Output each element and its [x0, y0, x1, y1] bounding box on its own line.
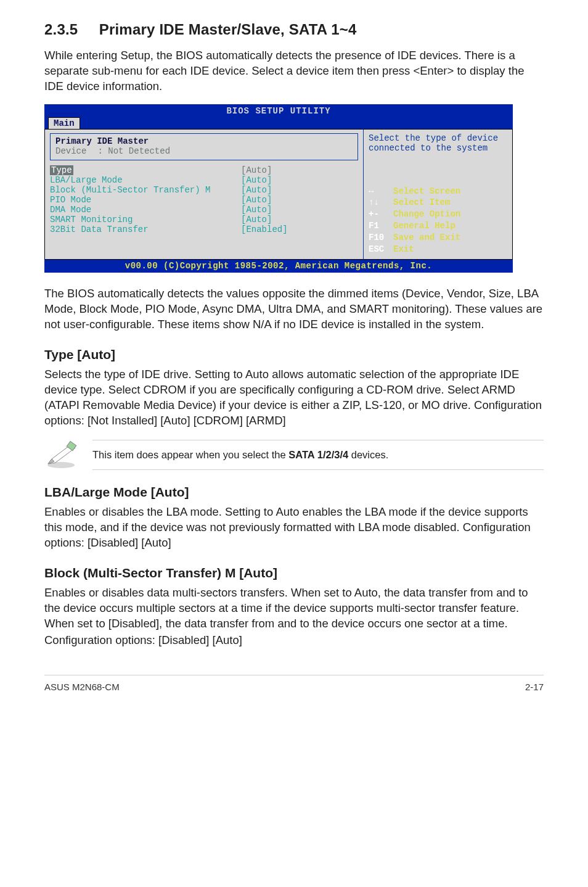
bios-key-row: +-Change Option [369, 208, 507, 220]
bios-setting-row[interactable]: SMART Monitoring[Auto] [50, 215, 358, 225]
bios-key-desc: Change Option [393, 209, 460, 219]
note-suffix: devices. [348, 449, 388, 460]
bios-key-desc: Select Item [393, 197, 450, 207]
paragraph-block-1: Enables or disables data multi-sectors t… [44, 585, 544, 632]
bios-setting-label: DMA Mode [50, 205, 235, 215]
bios-panel-header: Primary IDE Master [55, 136, 353, 146]
bios-setting-row[interactable]: LBA/Large Mode[Auto] [50, 175, 358, 185]
bios-key-symbol: ↑↓ [369, 197, 393, 208]
bios-key-symbol: F1 [369, 220, 393, 232]
bios-help-text: Select the type of device connected to t… [369, 133, 507, 153]
bios-device-value: : Not Detected [97, 146, 170, 156]
bios-setting-label: LBA/Large Mode [50, 175, 235, 185]
bios-key-row: ↔Select Screen [369, 186, 507, 197]
paragraph-lba: Enables or disables the LBA mode. Settin… [44, 505, 544, 551]
section-intro: While entering Setup, the BIOS automatic… [44, 48, 544, 94]
bios-tab-main[interactable]: Main [48, 117, 80, 129]
paragraph-after-bios: The BIOS automatically detects the value… [44, 286, 544, 332]
section-number: 2.3.5 [44, 21, 78, 38]
note-callout: This item does appear when you select th… [44, 440, 544, 470]
bios-key-desc: Exit [393, 244, 414, 254]
bios-setting-label: Type [50, 165, 73, 175]
note-bold: SATA 1/2/3/4 [288, 449, 348, 460]
bios-key-desc: Save and Exit [393, 233, 460, 242]
bios-setting-value: [Auto] [241, 215, 272, 225]
bios-key-symbol: ↔ [369, 186, 393, 197]
bios-screenshot: BIOS SETUP UTILITY Main Primary IDE Mast… [44, 104, 544, 273]
bios-setting-row[interactable]: 32Bit Data Transfer[Enabled] [50, 225, 358, 234]
bios-setting-label: PIO Mode [50, 195, 235, 205]
bios-setting-value: [Auto] [241, 195, 272, 205]
bios-key-desc: General Help [393, 221, 455, 231]
bios-setting-value: [Auto] [241, 205, 272, 215]
heading-type: Type [Auto] [44, 347, 544, 362]
bios-key-row: ↑↓Select Item [369, 197, 507, 208]
bios-setting-label: 32Bit Data Transfer [50, 225, 235, 234]
bios-setting-row[interactable]: DMA Mode[Auto] [50, 205, 358, 215]
bios-key-row: F10Save and Exit [369, 232, 507, 244]
bios-help-panel: Select the type of device connected to t… [363, 130, 512, 259]
bios-setting-label: Block (Multi-Sector Transfer) M [50, 185, 235, 195]
bios-footer-bar: v00.00 (C)Copyright 1985-2002, American … [44, 260, 513, 273]
bios-key-legend: ↔Select Screen↑↓Select Item+-Change Opti… [369, 186, 507, 255]
bios-tab-row: Main [44, 117, 513, 129]
bios-device-label: Device [55, 146, 86, 156]
page-footer: ASUS M2N68-CM 2-17 [44, 675, 544, 692]
bios-key-desc: Select Screen [393, 186, 460, 196]
section-title-text: Primary IDE Master/Slave, SATA 1~4 [99, 21, 357, 38]
bios-setting-value: [Auto] [241, 165, 272, 175]
section-heading: 2.3.5 Primary IDE Master/Slave, SATA 1~4 [44, 21, 544, 38]
paragraph-type: Selects the type of IDE drive. Setting t… [44, 367, 544, 429]
bios-setting-label: SMART Monitoring [50, 215, 235, 225]
bios-titlebar: BIOS SETUP UTILITY [44, 104, 513, 117]
footer-right: 2-17 [525, 682, 544, 692]
pencil-icon [44, 440, 78, 469]
bios-left-panel: Primary IDE Master Device : Not Detected… [45, 130, 363, 259]
bios-key-symbol: +- [369, 208, 393, 220]
bios-key-row: ESCExit [369, 244, 507, 255]
bios-key-symbol: ESC [369, 244, 393, 255]
bios-setting-row[interactable]: Type[Auto] [50, 165, 358, 175]
heading-block: Block (Multi-Sector Transfer) M [Auto] [44, 566, 544, 580]
bios-settings-list: Type[Auto]LBA/Large Mode[Auto]Block (Mul… [50, 165, 358, 234]
paragraph-block-2: Configuration options: [Disabled] [Auto] [44, 633, 544, 648]
footer-left: ASUS M2N68-CM [44, 682, 120, 692]
bios-setting-value: [Enabled] [241, 225, 288, 234]
note-prefix: This item does appear when you select th… [92, 449, 288, 460]
bios-key-symbol: F10 [369, 232, 393, 244]
heading-lba: LBA/Large Mode [Auto] [44, 485, 544, 500]
bios-device-panel: Primary IDE Master Device : Not Detected [50, 133, 358, 160]
bios-setting-row[interactable]: Block (Multi-Sector Transfer) M[Auto] [50, 185, 358, 195]
bios-key-row: F1General Help [369, 220, 507, 232]
bios-setting-value: [Auto] [241, 175, 272, 185]
bios-setting-row[interactable]: PIO Mode[Auto] [50, 195, 358, 205]
note-text: This item does appear when you select th… [92, 440, 544, 470]
bios-setting-value: [Auto] [241, 185, 272, 195]
